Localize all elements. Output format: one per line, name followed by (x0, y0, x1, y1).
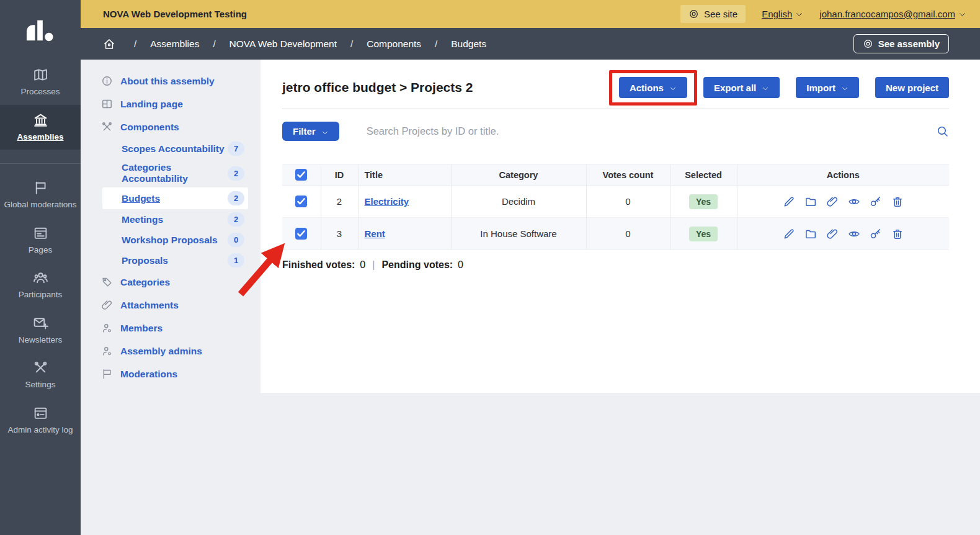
preview-icon[interactable] (848, 196, 860, 208)
new-project-label: New project (886, 83, 938, 93)
sidebar-item-global-moderations[interactable]: Global moderations (0, 173, 81, 218)
subnav-item-moderations[interactable]: Moderations (81, 362, 261, 385)
selected-badge: Yes (689, 227, 718, 241)
subnav-item-label: Proposals (122, 255, 168, 266)
paperclip-icon (101, 299, 113, 311)
delete-icon[interactable] (891, 228, 904, 240)
people-icon (33, 270, 48, 285)
preview-icon[interactable] (848, 228, 860, 240)
chevron-down-icon (958, 10, 966, 18)
export-all-button[interactable]: Export all (703, 77, 780, 98)
subnav-item-label: Categories (120, 277, 170, 288)
main-panel: jetro office budget > Projects 2 Actions… (261, 60, 980, 393)
subnav-item-label: Workshop Proposals (122, 235, 218, 246)
subnav-item-budgets[interactable]: Budgets 2 (102, 187, 248, 209)
layout-icon (101, 98, 113, 110)
cell-title: Electricity (358, 186, 451, 218)
search-input[interactable] (367, 125, 936, 137)
row-checkbox[interactable] (295, 196, 307, 207)
flag-icon (101, 368, 113, 380)
subnav-item-components[interactable]: Components (81, 115, 261, 138)
filter-row: Filter (282, 122, 949, 141)
sidebar-item-newsletters[interactable]: Newsletters (0, 308, 81, 353)
pending-votes-value: 0 (458, 259, 463, 271)
project-title-link[interactable]: Rent (365, 228, 385, 239)
language-selector[interactable]: English (762, 9, 803, 19)
subnav-item-scopes-accountability[interactable]: Scopes Accountability 7 (81, 138, 261, 159)
breadcrumb-item-assemblies[interactable]: Assemblies (150, 38, 199, 50)
finished-votes-label: Finished votes: (282, 259, 355, 271)
subnav-item-meetings[interactable]: Meetings 2 (81, 209, 261, 230)
subnav-item-landing-page[interactable]: Landing page (81, 92, 261, 115)
see-assembly-button[interactable]: See assembly (853, 34, 949, 53)
subnav-item-attachments[interactable]: Attachments (81, 294, 261, 317)
folder-icon[interactable] (804, 228, 817, 240)
cell-actions (737, 218, 949, 250)
attachment-icon[interactable] (826, 228, 839, 240)
cell-selected: Yes (670, 186, 737, 218)
search-icon[interactable] (936, 125, 949, 138)
select-all-checkbox[interactable] (295, 169, 307, 181)
permissions-key-icon[interactable] (870, 228, 882, 240)
sidebar-item-label: Assemblies (17, 132, 63, 142)
subnav-item-label: Attachments (120, 300, 179, 311)
subnav-item-about[interactable]: About this assembly (81, 70, 261, 92)
see-site-label: See site (704, 9, 737, 19)
breadcrumb-item-budgets[interactable]: Budgets (451, 38, 486, 50)
sidebar-item-participants[interactable]: Participants (0, 263, 81, 308)
subnav-item-assembly-admins[interactable]: Assembly admins (81, 339, 261, 362)
user-icon (101, 345, 113, 357)
cell-votes: 0 (586, 218, 670, 250)
chevron-down-icon (321, 128, 329, 135)
finished-votes-value: 0 (360, 259, 365, 271)
filter-button[interactable]: Filter (282, 122, 339, 141)
sidebar-item-settings[interactable]: Settings (0, 353, 81, 398)
user-icon (101, 322, 113, 334)
decidim-logo[interactable] (0, 0, 81, 60)
count-badge: 0 (228, 233, 244, 247)
edit-icon[interactable] (783, 228, 795, 240)
user-menu[interactable]: johan.francocampos@gmail.com (819, 9, 966, 19)
eye-icon (863, 38, 873, 49)
home-icon[interactable] (103, 38, 115, 50)
subnav-item-members[interactable]: Members (81, 317, 261, 339)
subnav-item-categories[interactable]: Categories (81, 271, 261, 294)
sidebar-item-processes[interactable]: Processes (0, 60, 81, 105)
row-select-cell (282, 186, 321, 218)
sidebar-item-admin-activity-log[interactable]: Admin activity log (0, 398, 81, 443)
see-site-link[interactable]: See site (680, 5, 746, 23)
cell-title: Rent (358, 218, 451, 250)
count-badge: 2 (228, 166, 244, 181)
row-checkbox[interactable] (295, 228, 307, 240)
votes-stats: Finished votes: 0 | Pending votes: 0 (282, 259, 949, 271)
assembly-subnav: About this assembly Landing page Compone… (81, 60, 261, 385)
subnav-item-workshop-proposals[interactable]: Workshop Proposals 0 (81, 230, 261, 250)
cell-category: Decidim (451, 186, 586, 218)
actions-button-label: Actions (630, 83, 664, 93)
header-divider (282, 109, 949, 109)
column-header-selected: Selected (670, 164, 737, 186)
filter-label: Filter (293, 126, 316, 137)
breadcrumb-item-components[interactable]: Components (367, 38, 421, 50)
breadcrumb: / Assemblies / NOVA Web Development / Co… (81, 28, 980, 60)
sidebar-item-pages[interactable]: Pages (0, 218, 81, 263)
permissions-key-icon[interactable] (870, 196, 882, 208)
subnav-item-categories-accountability[interactable]: Categories Accountability 2 (81, 159, 261, 187)
cell-id: 3 (321, 218, 358, 250)
actions-button[interactable]: Actions (619, 77, 687, 98)
breadcrumb-item-assembly[interactable]: NOVA Web Development (229, 38, 337, 50)
new-project-button[interactable]: New project (875, 77, 949, 98)
subnav-item-label: Members (120, 323, 163, 334)
project-title-link[interactable]: Electricity (365, 196, 409, 207)
sidebar-item-label: Participants (19, 290, 63, 300)
subnav-item-label: Moderations (120, 369, 177, 380)
folder-icon[interactable] (804, 196, 817, 208)
delete-icon[interactable] (891, 196, 904, 208)
sidebar-item-label: Pages (29, 245, 52, 255)
sidebar-item-assemblies[interactable]: Assemblies (0, 105, 81, 150)
attachment-icon[interactable] (826, 196, 839, 208)
edit-icon[interactable] (783, 196, 795, 208)
import-button[interactable]: Import (796, 77, 859, 98)
subnav-item-proposals[interactable]: Proposals 1 (81, 250, 261, 271)
column-header-category: Category (451, 164, 586, 186)
